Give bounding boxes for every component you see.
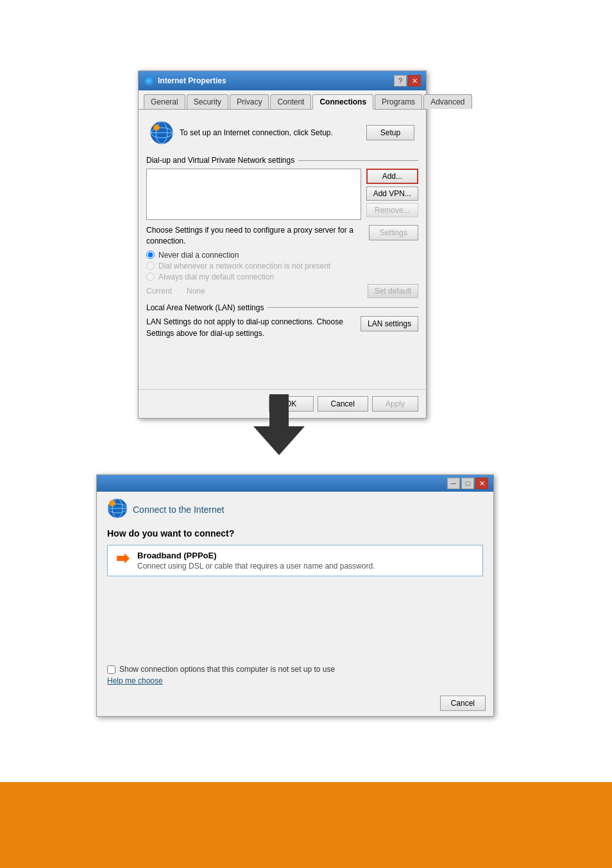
setup-text: To set up an Internet connection, click …	[180, 128, 360, 137]
cancel-button[interactable]: Cancel	[318, 396, 368, 412]
radio-never: Never dial a connection	[146, 251, 418, 260]
radio-always-input[interactable]	[146, 272, 155, 281]
radio-always: Always dial my default connection	[146, 272, 418, 281]
lan-section-header: Local Area Network (LAN) settings	[146, 303, 418, 312]
lan-row: LAN Settings do not apply to dial-up con…	[146, 316, 418, 339]
connect-icon	[107, 498, 128, 521]
dialog-content: To set up an Internet connection, click …	[139, 110, 426, 389]
proxy-text: Choose Settings if you need to configure…	[146, 225, 362, 247]
dialog-title: Internet Properties	[158, 76, 226, 85]
connect-dialog: ─ □ ✕ Connect to the Internet How do you…	[96, 474, 494, 717]
setup-button[interactable]: Setup	[366, 125, 414, 140]
connect-maximize-button[interactable]: □	[461, 478, 474, 489]
titlebar-buttons: ? ✕	[394, 75, 421, 87]
connect-bottom: Show connection options that this comput…	[97, 660, 493, 690]
internet-properties-dialog: Internet Properties ? ✕ General Security…	[138, 71, 427, 419]
svg-point-9	[109, 500, 115, 506]
tab-advanced[interactable]: Advanced	[423, 94, 472, 109]
radio-never-input[interactable]	[146, 251, 155, 259]
settings-button[interactable]: Settings	[369, 225, 418, 240]
radio-whenever: Dial whenever a network connection is no…	[146, 262, 418, 271]
broadband-option[interactable]: Broadband (PPPoE) Connect using DSL or c…	[107, 545, 483, 576]
internet-properties-titlebar: Internet Properties ? ✕	[139, 71, 426, 90]
broadband-icon	[115, 551, 131, 566]
vpn-buttons: Add... Add VPN... Remove...	[366, 169, 418, 220]
connect-minimize-button[interactable]: ─	[447, 478, 460, 489]
titlebar-left: Internet Properties	[144, 76, 226, 86]
set-default-button[interactable]: Set default	[368, 284, 418, 298]
checkbox-label: Show connection options that this comput…	[119, 665, 335, 674]
connect-spacer	[97, 583, 493, 660]
connect-cancel-button[interactable]: Cancel	[440, 696, 486, 711]
tab-bar: General Security Privacy Content Connect…	[139, 90, 426, 110]
orange-bar	[0, 782, 612, 868]
tab-security[interactable]: Security	[187, 94, 228, 109]
apply-button[interactable]: Apply	[372, 396, 418, 412]
connect-titlebar-buttons: ─ □ ✕	[447, 478, 488, 489]
tab-privacy[interactable]: Privacy	[230, 94, 269, 109]
connect-close-button[interactable]: ✕	[475, 478, 488, 489]
svg-marker-10	[117, 553, 130, 563]
connect-option-text: Broadband (PPPoE) Connect using DSL or c…	[137, 551, 375, 571]
ie-icon	[144, 76, 154, 86]
show-options-checkbox[interactable]	[107, 665, 115, 674]
connect-titlebar: ─ □ ✕	[97, 475, 493, 492]
radio-group: Never dial a connection Dial whenever a …	[146, 251, 418, 281]
tab-connections[interactable]: Connections	[312, 94, 373, 110]
tab-programs[interactable]: Programs	[375, 94, 422, 109]
close-button[interactable]: ✕	[408, 75, 421, 87]
svg-point-4	[153, 124, 160, 131]
lan-settings-button[interactable]: LAN settings	[361, 316, 418, 331]
vpn-list-area: Add... Add VPN... Remove...	[146, 169, 418, 220]
arrow-shaft	[269, 394, 289, 426]
connect-question: How do you want to connect?	[97, 524, 493, 545]
dialup-section-header: Dial-up and Virtual Private Network sett…	[146, 156, 418, 165]
connect-title-text: Connect to the Internet	[133, 505, 224, 515]
vpn-list-box[interactable]	[146, 169, 361, 220]
content-spacer	[146, 343, 418, 381]
option-desc: Connect using DSL or cable that requires…	[137, 562, 375, 571]
proxy-row: Choose Settings if you need to configure…	[146, 225, 418, 247]
tab-general[interactable]: General	[144, 94, 185, 109]
connect-title-area: Connect to the Internet	[97, 492, 493, 524]
setup-icon	[150, 121, 173, 144]
connect-footer: Cancel	[97, 690, 493, 716]
current-row: Current None Set default	[146, 284, 418, 298]
arrow-container	[253, 394, 305, 455]
add-button[interactable]: Add...	[366, 169, 418, 184]
help-button[interactable]: ?	[394, 75, 407, 87]
tab-content[interactable]: Content	[270, 94, 311, 109]
option-title: Broadband (PPPoE)	[137, 551, 375, 560]
lan-text: LAN Settings do not apply to dial-up con…	[146, 316, 354, 339]
help-link[interactable]: Help me choose	[107, 676, 163, 685]
add-vpn-button[interactable]: Add VPN...	[366, 187, 418, 201]
remove-button[interactable]: Remove...	[366, 203, 418, 217]
setup-row: To set up an Internet connection, click …	[146, 117, 418, 148]
arrow-head	[253, 426, 305, 455]
connect-checkbox-row: Show connection options that this comput…	[107, 665, 483, 674]
radio-whenever-input[interactable]	[146, 262, 155, 270]
